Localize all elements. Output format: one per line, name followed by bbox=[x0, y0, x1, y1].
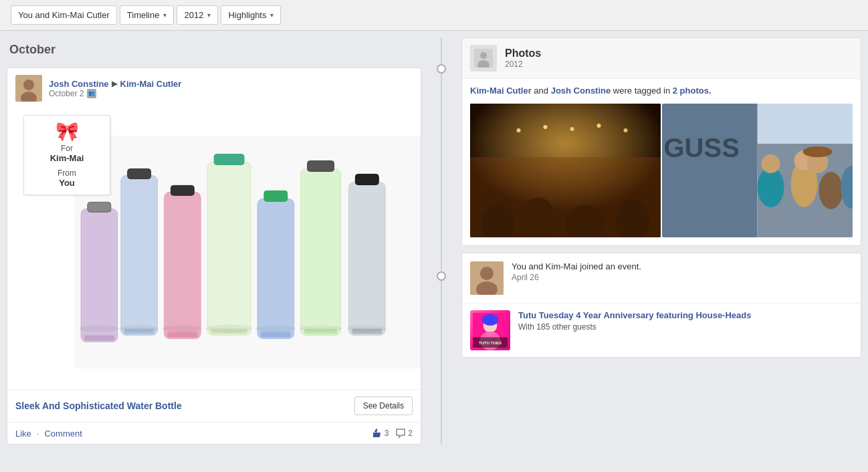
svg-point-29 bbox=[255, 326, 296, 332]
avatar bbox=[15, 75, 42, 102]
svg-point-64 bbox=[482, 314, 498, 326]
svg-point-60 bbox=[480, 267, 494, 280]
photos-card: Photos 2012 Kim-Mai Cutler and Josh Cons… bbox=[461, 37, 861, 246]
svg-point-58 bbox=[803, 146, 833, 157]
gift-for-name: Kim-Mai bbox=[31, 153, 103, 163]
svg-text:GUSS: GUSS bbox=[664, 133, 740, 162]
gift-tag: 🎀 For Kim-Mai From You bbox=[23, 115, 110, 195]
svg-rect-8 bbox=[128, 168, 151, 179]
comment-count-value: 2 bbox=[408, 429, 413, 438]
svg-point-40 bbox=[597, 124, 601, 128]
tutu-thumb[interactable]: TUTU TUES bbox=[470, 310, 510, 350]
toolbar: You and Kim-Mai Cutler Timeline ▾ 2012 ▾… bbox=[0, 0, 868, 31]
tagged-and: and bbox=[532, 86, 551, 96]
svg-point-55 bbox=[819, 172, 843, 209]
person-photo-icon bbox=[474, 49, 493, 68]
right-arrow-icon: ▶ bbox=[112, 79, 118, 88]
svg-rect-48 bbox=[662, 104, 758, 237]
comment-icon bbox=[395, 428, 406, 439]
photos-card-title-area: Photos 2012 bbox=[505, 47, 541, 69]
like-count: 3 bbox=[372, 428, 389, 439]
svg-rect-4 bbox=[81, 209, 118, 342]
comment-link[interactable]: Comment bbox=[44, 429, 82, 439]
event-person-icon bbox=[470, 261, 504, 295]
bottles-svg bbox=[74, 135, 421, 369]
post-author[interactable]: Josh Constine bbox=[49, 79, 109, 89]
post-card: Josh Constine ▶ Kim-Mai Cutler October 2… bbox=[7, 68, 421, 445]
comment-count: 2 bbox=[395, 428, 413, 439]
timeline-dropdown[interactable]: Timeline ▾ bbox=[120, 5, 175, 25]
photos-tagged-text: Kim-Mai Cutler and Josh Constine were ta… bbox=[462, 79, 861, 102]
timeline-arrow-icon: ▾ bbox=[163, 11, 167, 19]
event-avatar-image bbox=[470, 261, 504, 295]
friends-icon: 👥 bbox=[87, 89, 96, 98]
gift-section: 🎀 For Kim-Mai From You bbox=[7, 108, 421, 389]
svg-point-30 bbox=[300, 326, 342, 332]
post-author-line: Josh Constine ▶ Kim-Mai Cutler bbox=[49, 79, 413, 89]
tagged-person2[interactable]: Josh Constine bbox=[551, 86, 611, 96]
post-meta: Josh Constine ▶ Kim-Mai Cutler October 2… bbox=[49, 79, 413, 98]
svg-rect-10 bbox=[164, 192, 201, 338]
left-column: October Josh Constine bbox=[7, 37, 421, 445]
highlights-label: Highlights bbox=[228, 10, 266, 20]
tutu-event-card: TUTU TUES Tutu Tuesday 4 Year Anniversar… bbox=[462, 304, 861, 357]
svg-text:TUTU TUES: TUTU TUES bbox=[479, 341, 502, 345]
svg-rect-13 bbox=[207, 162, 251, 336]
tutu-title[interactable]: Tutu Tuesday 4 Year Anniversary featurin… bbox=[518, 310, 853, 320]
svg-rect-22 bbox=[348, 182, 385, 335]
tagged-person1[interactable]: Kim-Mai Cutler bbox=[470, 86, 532, 96]
relationship-label: You and Kim-Mai Cutler bbox=[11, 5, 117, 25]
timeline-dot-top bbox=[437, 64, 446, 74]
year-label: 2012 bbox=[184, 10, 203, 20]
svg-point-28 bbox=[205, 325, 252, 333]
photo1-svg bbox=[470, 104, 661, 237]
separator: · bbox=[37, 429, 39, 439]
svg-point-41 bbox=[624, 128, 628, 132]
post-header: Josh Constine ▶ Kim-Mai Cutler October 2… bbox=[7, 68, 421, 108]
like-count-value: 3 bbox=[385, 429, 389, 438]
post-recipient[interactable]: Kim-Mai Cutler bbox=[120, 79, 182, 89]
event-info: You and Kim-Mai joined an event. April 2… bbox=[512, 261, 853, 282]
photo2-svg: GUSS bbox=[662, 104, 853, 237]
timeline-dot-bottom bbox=[437, 271, 446, 281]
svg-rect-6 bbox=[84, 336, 114, 341]
svg-point-37 bbox=[517, 128, 521, 132]
svg-rect-14 bbox=[214, 154, 244, 165]
svg-point-26 bbox=[119, 326, 159, 332]
tutu-info: Tutu Tuesday 4 Year Anniversary featurin… bbox=[518, 310, 853, 332]
event-date: April 26 bbox=[512, 273, 853, 282]
timeline-divider bbox=[428, 37, 455, 445]
product-image bbox=[74, 135, 421, 369]
svg-rect-11 bbox=[171, 185, 194, 195]
svg-rect-19 bbox=[301, 168, 341, 335]
svg-point-33 bbox=[480, 52, 487, 59]
svg-rect-5 bbox=[88, 202, 111, 212]
svg-rect-20 bbox=[308, 161, 334, 172]
photos-icon-box bbox=[470, 45, 497, 72]
product-footer: Sleek And Sophisticated Water Bottle See… bbox=[7, 389, 421, 422]
gift-for-label: For bbox=[31, 144, 103, 153]
timeline-line bbox=[441, 37, 442, 445]
svg-rect-16 bbox=[257, 199, 294, 338]
tagged-count[interactable]: 2 photos. bbox=[673, 86, 712, 96]
svg-point-39 bbox=[570, 127, 574, 131]
photos-grid: GUSS bbox=[462, 102, 861, 245]
year-dropdown[interactable]: 2012 ▾ bbox=[177, 5, 218, 25]
product-title[interactable]: Sleek And Sophisticated Water Bottle bbox=[15, 400, 182, 411]
photo-thumb-2[interactable]: GUSS bbox=[662, 104, 853, 237]
svg-rect-46 bbox=[470, 157, 661, 237]
photo-thumb-1[interactable] bbox=[470, 104, 661, 237]
post-date: October 2 👥 bbox=[49, 89, 413, 98]
see-details-button[interactable]: See Details bbox=[354, 396, 413, 415]
svg-point-31 bbox=[346, 326, 387, 332]
svg-point-1 bbox=[23, 80, 34, 90]
like-link[interactable]: Like bbox=[15, 429, 31, 439]
highlights-dropdown[interactable]: Highlights ▾ bbox=[221, 5, 281, 25]
event-card-content: You and Kim-Mai joined an event. April 2… bbox=[462, 253, 861, 303]
action-links: Like · Comment bbox=[15, 429, 82, 439]
avatar-image bbox=[15, 75, 42, 102]
tutu-guests: With 185 other guests bbox=[518, 322, 853, 332]
svg-rect-23 bbox=[355, 174, 378, 185]
highlights-arrow-icon: ▾ bbox=[270, 11, 274, 19]
svg-point-38 bbox=[544, 125, 548, 129]
